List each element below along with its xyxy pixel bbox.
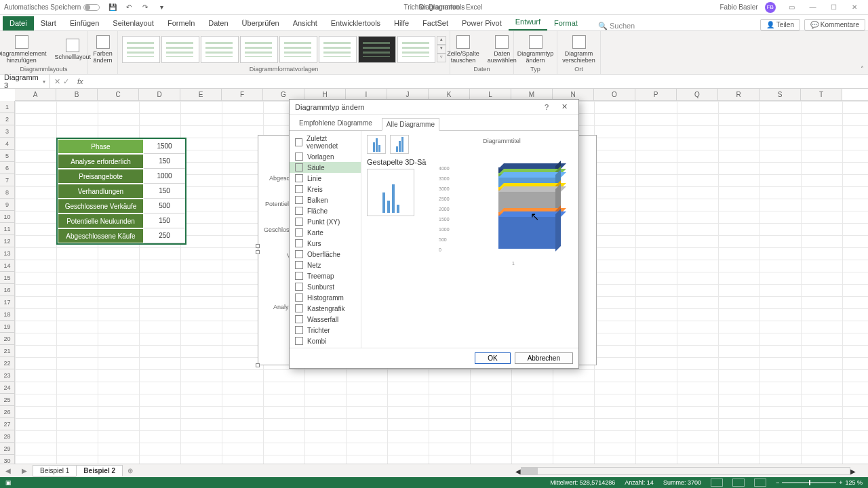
row-header[interactable]: 6 xyxy=(0,162,15,174)
dialog-tab-all[interactable]: Alle Diagramme xyxy=(382,118,439,131)
column-header[interactable]: A xyxy=(15,89,56,100)
row-header[interactable]: 4 xyxy=(0,138,15,150)
undo-icon[interactable]: ↶ xyxy=(124,3,134,12)
tab-developer[interactable]: Entwicklertools xyxy=(324,16,387,30)
chart-styles-gallery[interactable]: ▴▾▿ xyxy=(122,36,446,63)
tab-help[interactable]: Hilfe xyxy=(387,16,416,30)
comments-button[interactable]: 💬 Kommentare xyxy=(804,19,865,30)
chart-category-item[interactable]: Sunburst xyxy=(290,281,361,292)
chart-category-item[interactable]: Netz xyxy=(290,260,361,270)
sheet-tab[interactable]: Beispiel 2 xyxy=(76,465,123,476)
row-header[interactable]: 12 xyxy=(0,235,15,247)
tab-format[interactable]: Format xyxy=(547,16,585,30)
row-header[interactable]: 2 xyxy=(0,113,15,125)
fx-icon[interactable]: fx xyxy=(73,77,87,85)
row-header[interactable]: 21 xyxy=(0,345,15,357)
style-thumb[interactable] xyxy=(161,36,199,63)
column-header[interactable]: D xyxy=(139,89,180,100)
row-header[interactable]: 28 xyxy=(0,430,15,443)
column-header[interactable]: Q xyxy=(677,89,718,100)
row-header[interactable]: 18 xyxy=(0,308,15,321)
ok-button[interactable]: OK xyxy=(475,352,510,364)
chart-category-item[interactable]: Kurs xyxy=(290,238,361,249)
toggle-switch[interactable] xyxy=(83,4,100,11)
row-header[interactable]: 16 xyxy=(0,284,15,296)
column-header[interactable]: E xyxy=(180,89,222,100)
column-header[interactable]: C xyxy=(98,89,139,100)
table-cell[interactable]: 150 xyxy=(144,184,185,199)
column-header[interactable]: S xyxy=(760,89,801,100)
chart-category-list[interactable]: Zuletzt verwendetVorlagenSäuleLinieKreis… xyxy=(290,131,361,348)
table-cell[interactable]: Preisangebote xyxy=(58,169,144,184)
chart-category-item[interactable]: Kastengrafik xyxy=(290,303,361,314)
share-button[interactable]: 👤 Teilen xyxy=(760,19,800,30)
maximize-icon[interactable]: ☐ xyxy=(824,3,843,11)
tab-file[interactable]: Datei xyxy=(3,16,34,30)
row-header[interactable]: 26 xyxy=(0,406,15,418)
row-header[interactable]: 29 xyxy=(0,443,15,455)
row-header[interactable]: 22 xyxy=(0,357,15,369)
search-label[interactable]: 🔍 Suchen xyxy=(598,22,635,30)
column-header[interactable]: B xyxy=(56,89,98,100)
chart-category-item[interactable]: Karte xyxy=(290,227,361,238)
style-thumb[interactable] xyxy=(397,36,435,63)
switch-row-col-button[interactable]: Zeile/Spalte tauschen xyxy=(444,34,482,65)
zoom-in-icon[interactable]: + xyxy=(839,479,842,486)
row-header[interactable]: 1 xyxy=(0,101,15,113)
style-thumb[interactable] xyxy=(201,36,239,63)
row-header[interactable]: 3 xyxy=(0,125,15,138)
close-window-icon[interactable]: ✕ xyxy=(845,3,864,11)
change-chart-type-button[interactable]: Diagrammtyp ändern xyxy=(515,34,557,65)
chart-category-item[interactable]: Histogramm xyxy=(290,292,361,303)
table-cell[interactable]: 250 xyxy=(144,228,185,243)
chart-category-item[interactable]: Wasserfall xyxy=(290,314,361,325)
tab-data[interactable]: Daten xyxy=(201,16,235,30)
row-header[interactable]: 25 xyxy=(0,394,15,406)
dialog-close-button[interactable]: ✕ xyxy=(555,102,573,111)
chart-category-item[interactable]: Oberfläche xyxy=(290,249,361,260)
row-header[interactable]: 7 xyxy=(0,174,15,186)
column-header[interactable]: O xyxy=(594,89,635,100)
row-header[interactable]: 19 xyxy=(0,321,15,333)
ribbon-options-icon[interactable]: ▭ xyxy=(783,3,802,11)
row-headers[interactable]: 1234567891011121314151617181920212223242… xyxy=(0,101,15,467)
cancel-button[interactable]: Abbrechen xyxy=(515,352,573,364)
dialog-tab-recommended[interactable]: Empfohlene Diagramme xyxy=(295,117,376,130)
sheet-tab[interactable]: Beispiel 1 xyxy=(33,465,77,476)
column-header[interactable]: F xyxy=(222,89,263,100)
row-header[interactable]: 20 xyxy=(0,333,15,345)
mini-chart-preview[interactable] xyxy=(367,169,414,216)
chart-subtype[interactable] xyxy=(367,135,386,154)
enter-formula-icon[interactable]: ✓ xyxy=(63,77,69,86)
table-cell[interactable]: Verhandlungen xyxy=(58,184,144,199)
chart-category-item[interactable]: Fläche xyxy=(290,205,361,216)
move-chart-button[interactable]: Diagramm verschieben xyxy=(559,34,598,65)
chart-category-item[interactable]: Trichter xyxy=(290,325,361,336)
autosave-toggle[interactable]: Automatisches Speichern xyxy=(4,3,100,11)
large-chart-preview[interactable]: Diagrammtitel 40003500300025002000150010… xyxy=(431,135,573,264)
column-header[interactable]: R xyxy=(718,89,760,100)
horizontal-scrollbar[interactable]: ◀▶ xyxy=(515,466,856,476)
normal-view-icon[interactable] xyxy=(711,479,723,487)
tab-powerpivot[interactable]: Power Pivot xyxy=(455,16,509,30)
zoom-out-icon[interactable]: − xyxy=(776,479,779,486)
row-header[interactable]: 15 xyxy=(0,272,15,284)
tab-review[interactable]: Überprüfen xyxy=(235,16,286,30)
table-cell[interactable]: 150 xyxy=(144,214,185,228)
row-header[interactable]: 23 xyxy=(0,369,15,382)
style-thumb[interactable] xyxy=(122,36,160,63)
chart-category-item[interactable]: Linie xyxy=(290,173,361,184)
chart-category-item[interactable]: Zuletzt verwendet xyxy=(290,134,361,151)
style-thumb[interactable] xyxy=(279,36,317,63)
name-box[interactable]: Diagramm 3▾ xyxy=(0,73,50,89)
tab-insert[interactable]: Einfügen xyxy=(63,16,106,30)
row-header[interactable]: 11 xyxy=(0,223,15,235)
row-header[interactable]: 8 xyxy=(0,186,15,199)
table-cell[interactable]: 1500 xyxy=(144,139,185,154)
table-cell[interactable]: Abgeschlossene Käufe xyxy=(58,228,144,243)
namebox-dropdown-icon[interactable]: ▾ xyxy=(43,79,45,85)
table-cell[interactable]: Geschlossene Verkäufe xyxy=(58,199,144,214)
tab-view[interactable]: Ansicht xyxy=(286,16,324,30)
record-macro-icon[interactable]: ▣ xyxy=(5,479,12,486)
cancel-formula-icon[interactable]: ✕ xyxy=(54,77,60,86)
